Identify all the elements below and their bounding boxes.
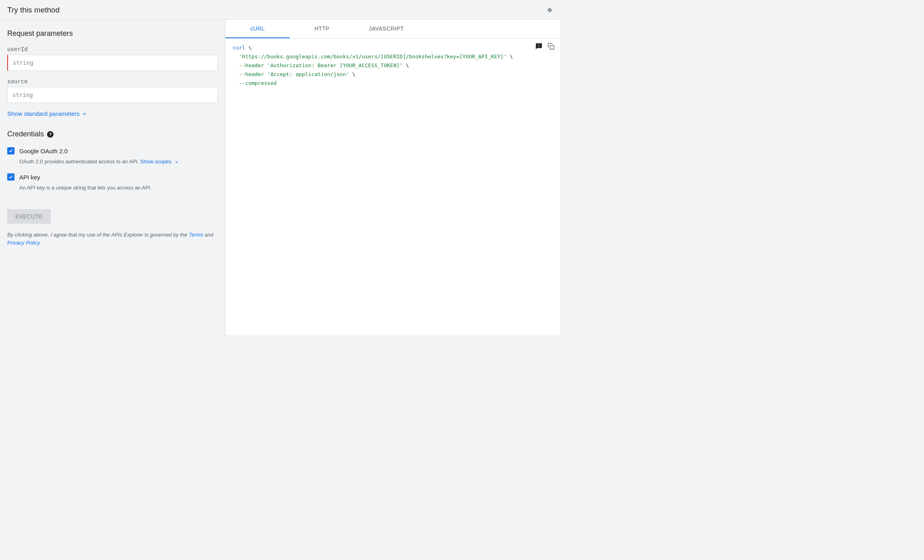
svg-rect-0 xyxy=(550,45,554,49)
code-token: curl xyxy=(233,45,245,51)
tab-javascript[interactable]: JAVASCRIPT xyxy=(354,20,419,38)
param-label-userid: userId xyxy=(7,46,218,52)
code-tabs: cURL HTTP JAVASCRIPT xyxy=(225,20,560,39)
apikey-desc: An API key is a unique string that lets … xyxy=(19,185,218,191)
apikey-checkbox[interactable] xyxy=(7,173,14,181)
disclaimer: By clicking above, I agree that my use o… xyxy=(7,231,218,247)
tab-curl[interactable]: cURL xyxy=(225,20,290,38)
chevron-down-icon xyxy=(175,160,179,164)
apikey-label: API key xyxy=(19,174,40,181)
oauth-label: Google OAuth 2.0 xyxy=(19,148,68,154)
request-parameters-title: Request parameters xyxy=(7,29,218,38)
code-token: \ xyxy=(349,71,356,77)
code-token: \ xyxy=(403,62,409,68)
header: Try this method xyxy=(0,0,560,20)
oauth-checkbox[interactable] xyxy=(7,147,14,154)
oauth-desc: OAuth 2.0 provides authenticated access … xyxy=(19,159,218,165)
copy-icon[interactable] xyxy=(547,43,555,50)
code-token: \ xyxy=(245,45,252,51)
feedback-icon[interactable] xyxy=(535,43,542,50)
show-scopes-link[interactable]: Show scopes xyxy=(140,159,171,165)
collapse-icon[interactable] xyxy=(547,7,553,13)
execute-button[interactable]: EXECUTE xyxy=(7,209,51,224)
show-standard-parameters-label: Show standard parameters xyxy=(7,110,80,117)
code-token: 'https://books.googleapis.com/books/v1/u… xyxy=(239,54,507,60)
page-title: Try this method xyxy=(7,6,60,14)
param-input-source[interactable] xyxy=(7,87,218,103)
param-label-source: source xyxy=(7,78,218,84)
request-pane: Request parameters userId source Show st… xyxy=(0,20,225,340)
tab-http[interactable]: HTTP xyxy=(290,20,354,38)
credentials-title: Credentials xyxy=(7,130,44,138)
code-token: --header xyxy=(239,71,264,77)
privacy-link[interactable]: Privacy Policy xyxy=(7,240,39,246)
help-icon[interactable]: ? xyxy=(47,131,54,138)
code-token: \ xyxy=(507,54,513,60)
terms-link[interactable]: Terms xyxy=(189,232,203,238)
code-token: --header xyxy=(239,62,264,68)
param-input-userid[interactable] xyxy=(7,55,218,71)
code-pane: cURL HTTP JAVASCRIPT curl \ 'https://boo… xyxy=(225,20,560,335)
code-area: curl \ 'https://books.googleapis.com/boo… xyxy=(225,39,560,335)
chevron-down-icon xyxy=(82,111,87,116)
code-token: --compressed xyxy=(239,80,277,86)
show-standard-parameters[interactable]: Show standard parameters xyxy=(7,110,218,117)
code-token: 'Authorization: Bearer [YOUR_ACCESS_TOKE… xyxy=(267,62,403,68)
code-token: 'Accept: application/json' xyxy=(267,71,349,77)
